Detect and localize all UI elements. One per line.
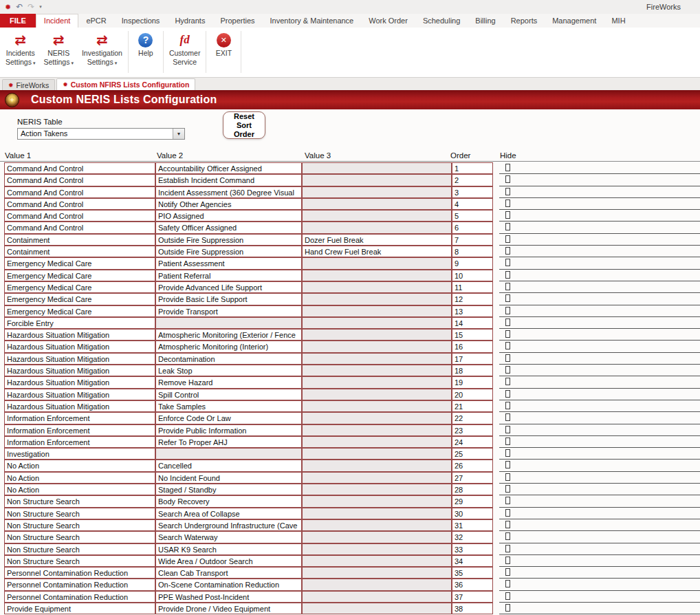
hide-checkbox[interactable] xyxy=(505,354,510,362)
doc-tab-custom-nfirs-lists-configuration[interactable]: ✹ Custom NFIRS Lists Configuration xyxy=(56,78,195,90)
value3-cell[interactable] xyxy=(302,460,452,471)
value2-cell[interactable]: Incident Assessment (360 Degree Visual xyxy=(155,186,302,198)
value1-cell[interactable]: Information Enforcement xyxy=(4,436,155,448)
value1-cell[interactable]: Non Structure Search xyxy=(4,543,155,555)
value1-cell[interactable]: No Action xyxy=(4,460,155,471)
hide-checkbox[interactable] xyxy=(505,259,510,266)
reset-sort-order-button[interactable]: Reset Sort Order xyxy=(223,111,265,139)
quick-access-caret-icon[interactable]: ▾ xyxy=(39,4,42,10)
value3-cell[interactable] xyxy=(302,162,452,174)
hide-checkbox[interactable] xyxy=(505,247,510,255)
order-cell[interactable]: 34 xyxy=(452,555,493,567)
order-cell[interactable]: 1 xyxy=(452,162,493,174)
value1-cell[interactable]: Investigation xyxy=(4,448,155,460)
hide-checkbox[interactable] xyxy=(505,473,510,481)
value1-cell[interactable]: Personnel Contamination Reduction xyxy=(4,591,155,603)
order-cell[interactable]: 2 xyxy=(452,174,493,186)
neris-settings-button[interactable]: ⇄ NERIS Settings▾ xyxy=(39,30,77,77)
value1-cell[interactable]: Hazardous Situation Mitigation xyxy=(4,329,155,341)
value2-cell[interactable] xyxy=(155,317,302,329)
value2-cell[interactable]: No Incident Found xyxy=(155,472,302,484)
value3-cell[interactable] xyxy=(302,389,452,400)
hide-checkbox[interactable] xyxy=(505,188,510,195)
value2-cell[interactable]: Provide Public Information xyxy=(155,424,302,436)
value2-cell[interactable]: Notify Other Agencies xyxy=(155,198,302,210)
value1-cell[interactable]: Information Enforcement xyxy=(4,412,155,424)
order-cell[interactable]: 35 xyxy=(452,567,493,579)
order-cell[interactable]: 32 xyxy=(452,531,493,543)
hide-checkbox[interactable] xyxy=(505,545,510,552)
hide-checkbox[interactable] xyxy=(505,438,510,445)
value3-cell[interactable] xyxy=(302,448,452,460)
value2-cell[interactable]: USAR K9 Search xyxy=(155,543,302,555)
doc-tab-fireworks[interactable]: ✹ FireWorks xyxy=(2,79,55,90)
exit-button[interactable]: ✕ EXIT xyxy=(208,30,239,77)
value1-cell[interactable]: No Action xyxy=(4,472,155,484)
ribbon-tab-epcr[interactable]: ePCR xyxy=(78,14,113,28)
value3-cell[interactable] xyxy=(302,257,452,269)
ribbon-tab-scheduling[interactable]: Scheduling xyxy=(415,14,468,28)
order-cell[interactable]: 4 xyxy=(452,198,493,210)
value1-cell[interactable]: Hazardous Situation Mitigation xyxy=(4,353,155,365)
order-cell[interactable]: 23 xyxy=(452,424,493,436)
order-cell[interactable]: 21 xyxy=(452,400,493,412)
ribbon-tab-inventory-maintenance[interactable]: Inventory & Maintenance xyxy=(263,14,362,28)
order-cell[interactable]: 14 xyxy=(452,317,493,329)
value3-cell[interactable] xyxy=(302,424,452,436)
value2-cell[interactable]: Search Area of Collapse xyxy=(155,508,302,519)
order-cell[interactable]: 7 xyxy=(452,234,493,246)
hide-checkbox[interactable] xyxy=(505,521,510,528)
investigation-settings-button[interactable]: ⇄ Investigation Settings▾ xyxy=(78,30,127,77)
order-cell[interactable]: 5 xyxy=(452,210,493,222)
value2-cell[interactable]: On-Scene Contamination Reduction xyxy=(155,579,302,590)
hide-checkbox[interactable] xyxy=(505,175,510,183)
value1-cell[interactable]: Non Structure Search xyxy=(4,495,155,507)
value2-cell[interactable]: PIO Assigned xyxy=(155,210,302,222)
hide-checkbox[interactable] xyxy=(505,449,510,457)
value1-cell[interactable]: Personnel Contamination Reduction xyxy=(4,567,155,579)
hide-checkbox[interactable] xyxy=(505,604,510,612)
value2-cell[interactable]: Wide Area / Outdoor Search xyxy=(155,555,302,567)
hide-checkbox[interactable] xyxy=(505,557,510,564)
value3-cell[interactable] xyxy=(302,281,452,293)
value1-cell[interactable]: Hazardous Situation Mitigation xyxy=(4,341,155,352)
value3-cell[interactable] xyxy=(302,305,452,317)
value2-cell[interactable]: Provide Basic Life Support xyxy=(155,293,302,305)
value2-cell[interactable]: Safety Officer Assigned xyxy=(155,222,302,233)
ribbon-tab-file[interactable]: FILE xyxy=(0,14,36,28)
value1-cell[interactable]: Forcible Entry xyxy=(4,317,155,329)
hide-checkbox[interactable] xyxy=(505,342,510,349)
order-cell[interactable]: 9 xyxy=(452,257,493,269)
order-cell[interactable]: 16 xyxy=(452,341,493,352)
value2-cell[interactable]: Provide Advanced Life Support xyxy=(155,281,302,293)
hide-checkbox[interactable] xyxy=(505,235,510,243)
value3-cell[interactable] xyxy=(302,519,452,531)
value2-cell[interactable]: Atmospheric Monitoring (Exterior / Fence xyxy=(155,329,302,341)
value3-cell[interactable]: Hand Crew Fuel Break xyxy=(302,246,452,257)
ribbon-tab-billing[interactable]: Billing xyxy=(468,14,503,28)
order-cell[interactable]: 28 xyxy=(452,484,493,495)
value1-cell[interactable]: Provide Equipment xyxy=(4,603,155,614)
hide-checkbox[interactable] xyxy=(505,199,510,207)
value1-cell[interactable]: Non Structure Search xyxy=(4,531,155,543)
hide-checkbox[interactable] xyxy=(505,366,510,374)
incidents-settings-button[interactable]: ⇄ Incidents Settings▾ xyxy=(1,30,39,77)
value1-cell[interactable]: Emergency Medical Care xyxy=(4,257,155,269)
value3-cell[interactable] xyxy=(302,484,452,495)
value3-cell[interactable] xyxy=(302,210,452,222)
value1-cell[interactable]: No Action xyxy=(4,484,155,495)
order-cell[interactable]: 22 xyxy=(452,412,493,424)
order-cell[interactable]: 8 xyxy=(452,246,493,257)
hide-checkbox[interactable] xyxy=(505,283,510,290)
undo-icon[interactable]: ↶ xyxy=(16,0,23,14)
value3-cell[interactable] xyxy=(302,591,452,603)
order-cell[interactable]: 33 xyxy=(452,543,493,555)
value1-cell[interactable]: Emergency Medical Care xyxy=(4,270,155,281)
order-cell[interactable]: 24 xyxy=(452,436,493,448)
ribbon-tab-incident[interactable]: Incident xyxy=(36,14,79,28)
ribbon-tab-management[interactable]: Management xyxy=(545,14,604,28)
value2-cell[interactable]: Patient Assessment xyxy=(155,257,302,269)
hide-checkbox[interactable] xyxy=(505,390,510,398)
value2-cell[interactable]: Outside Fire Suppression xyxy=(155,246,302,257)
ribbon-tab-reports[interactable]: Reports xyxy=(503,14,545,28)
